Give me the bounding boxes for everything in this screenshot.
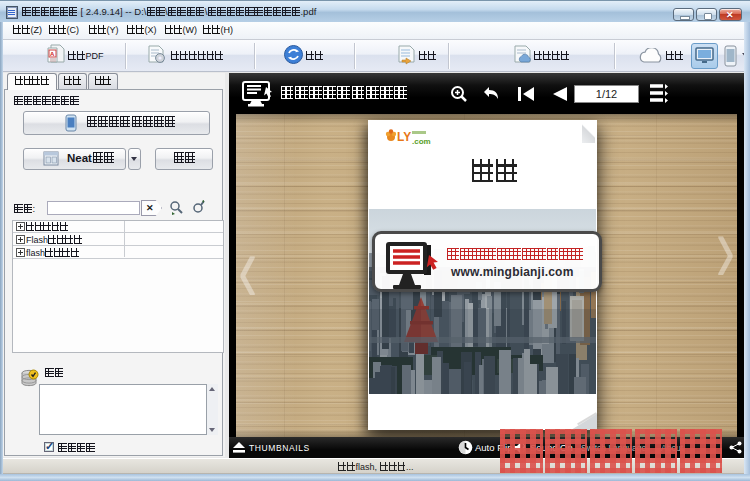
- svg-text:LY: LY: [397, 130, 411, 144]
- svg-text:A: A: [50, 51, 55, 57]
- svg-text:.com: .com: [412, 137, 431, 146]
